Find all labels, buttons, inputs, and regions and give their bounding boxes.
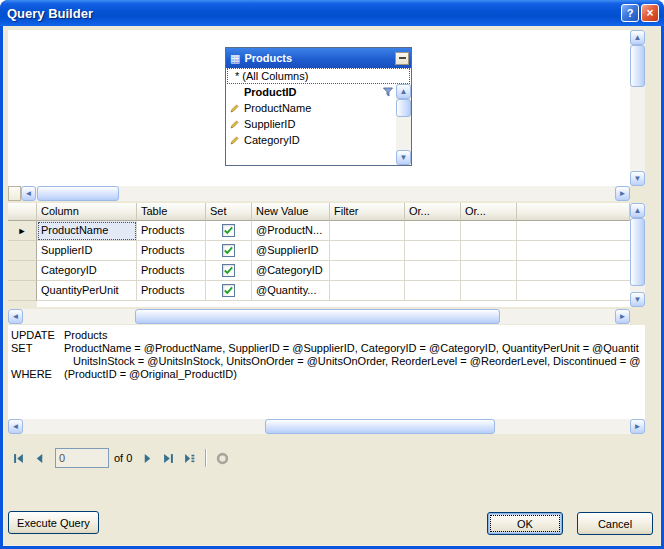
grid-cell-set[interactable] [206, 281, 252, 301]
products-table-header[interactable]: ▦ Products [226, 48, 411, 68]
sql-text: Products [64, 329, 107, 341]
grid-cell-column[interactable]: SupplierID [37, 241, 137, 261]
scroll-up-button[interactable]: ▲ [630, 203, 645, 218]
nav-prev-button[interactable] [29, 448, 50, 469]
header-or[interactable]: Or... [461, 203, 517, 221]
scroll-thumb[interactable] [396, 99, 411, 117]
grid-cell-or[interactable] [405, 221, 461, 241]
pencil-icon [229, 103, 240, 114]
help-button[interactable]: ? [621, 4, 639, 22]
grid-cell-filter[interactable] [330, 241, 405, 261]
scroll-thumb[interactable] [37, 186, 119, 201]
sql-keyword: WHERE [8, 368, 64, 381]
grid-cell-or[interactable] [405, 281, 461, 301]
nav-stop-button[interactable] [212, 448, 233, 469]
set-checkbox[interactable] [222, 264, 235, 277]
grid-cell-table[interactable]: Products [137, 221, 206, 241]
execute-query-button[interactable]: Execute Query [8, 511, 99, 534]
products-table-window[interactable]: ▦ Products * (All Columns) ProductID [225, 47, 412, 166]
header-set[interactable]: Set [206, 203, 252, 221]
grid-cell-column[interactable]: QuantityPerUnit [37, 281, 137, 301]
scroll-right-button[interactable]: ► [615, 186, 630, 201]
header-filter[interactable]: Filter [330, 203, 405, 221]
column-item-productid[interactable]: ProductID [226, 84, 396, 100]
row-selector[interactable] [8, 261, 37, 281]
nav-last-button[interactable] [158, 448, 179, 469]
nav-position-input[interactable] [55, 448, 109, 468]
scroll-thumb[interactable] [630, 45, 645, 87]
header-new-value[interactable]: New Value [252, 203, 330, 221]
grid-cell-or[interactable] [461, 241, 517, 261]
nav-new-row-button[interactable] [179, 448, 200, 469]
grid-cell-filter[interactable] [330, 221, 405, 241]
column-item-supplierid[interactable]: SupplierID [226, 116, 396, 132]
pane-splitter-handle[interactable] [8, 186, 21, 201]
header-table[interactable]: Table [137, 203, 206, 221]
grid-cell-or[interactable] [461, 281, 517, 301]
grid-cell-filter[interactable] [330, 261, 405, 281]
nav-first-button[interactable] [8, 448, 29, 469]
row-selector[interactable]: ► [8, 221, 37, 241]
scroll-thumb[interactable] [265, 419, 495, 434]
grid-cell-column[interactable]: ProductName [37, 221, 137, 241]
grid-cell-or[interactable] [461, 221, 517, 241]
scroll-thumb[interactable] [630, 218, 645, 286]
grid-cell-table[interactable]: Products [137, 241, 206, 261]
grid-cell-table[interactable]: Products [137, 261, 206, 281]
grid-cell-filter[interactable] [330, 281, 405, 301]
grid-cell-set[interactable] [206, 221, 252, 241]
collapse-table-button[interactable] [395, 52, 409, 65]
diagram-horizontal-scrollbar[interactable]: ◄ ► [8, 186, 630, 201]
scroll-down-button[interactable]: ▼ [630, 292, 645, 307]
table-window-scrollbar[interactable]: ▲ ▼ [396, 84, 411, 165]
diagram-vertical-scrollbar[interactable]: ▲ ▼ [630, 30, 645, 186]
grid-cell-set[interactable] [206, 241, 252, 261]
grid-row: ► ProductName Products @ProductN... [8, 221, 630, 241]
set-checkbox[interactable] [222, 224, 235, 237]
grid-cell-new-value[interactable]: @Quantity... [252, 281, 330, 301]
nav-next-button[interactable] [137, 448, 158, 469]
cancel-button[interactable]: Cancel [577, 512, 653, 535]
set-checkbox[interactable] [222, 244, 235, 257]
grid-cell-new-value[interactable]: @SupplierID [252, 241, 330, 261]
grid-corner-cell[interactable] [8, 203, 37, 221]
row-selector[interactable] [8, 281, 37, 301]
scroll-down-button[interactable]: ▼ [630, 171, 645, 186]
grid-cell-column[interactable]: CategoryID [37, 261, 137, 281]
filter-icon[interactable] [382, 86, 394, 98]
scroll-left-button[interactable]: ◄ [8, 309, 23, 324]
title-bar[interactable]: Query Builder ? × [0, 0, 664, 26]
column-item-categoryid[interactable]: CategoryID [226, 132, 396, 148]
scroll-left-button[interactable]: ◄ [8, 419, 23, 434]
ok-button[interactable]: OK [487, 512, 563, 535]
arrow-right-icon: ► [619, 190, 627, 198]
arrow-left-icon: ◄ [12, 313, 20, 321]
scroll-thumb[interactable] [135, 309, 500, 324]
grid-cell-or[interactable] [405, 261, 461, 281]
grid-cell-set[interactable] [206, 261, 252, 281]
grid-cell-or[interactable] [405, 241, 461, 261]
scroll-down-button[interactable]: ▼ [396, 150, 411, 165]
grid-cell-table[interactable]: Products [137, 281, 206, 301]
grid-cell-or[interactable] [461, 261, 517, 281]
set-checkbox[interactable] [222, 284, 235, 297]
column-item-all-columns[interactable]: * (All Columns) [227, 68, 410, 84]
scroll-up-button[interactable]: ▲ [396, 84, 411, 99]
column-item-productname[interactable]: ProductName [226, 100, 396, 116]
scroll-right-button[interactable]: ► [615, 309, 630, 324]
scroll-left-button[interactable]: ◄ [21, 186, 36, 201]
scroll-right-button[interactable]: ► [630, 419, 645, 434]
row-selector[interactable] [8, 241, 37, 261]
close-button[interactable]: × [641, 4, 659, 22]
minimize-icon [399, 57, 406, 59]
header-or[interactable]: Or... [405, 203, 461, 221]
diagram-pane: ▦ Products * (All Columns) ProductID [8, 30, 630, 186]
grid-cell-new-value[interactable]: @ProductN... [252, 221, 330, 241]
sql-horizontal-scrollbar[interactable]: ◄ ► [8, 419, 645, 434]
grid-vertical-scrollbar[interactable]: ▲ ▼ [630, 203, 645, 307]
header-column[interactable]: Column [37, 203, 137, 221]
grid-cell-new-value[interactable]: @CategoryID [252, 261, 330, 281]
grid-horizontal-scrollbar[interactable]: ◄ ► [8, 309, 630, 324]
sql-pane[interactable]: UPDATEProducts SETProductName = @Product… [8, 325, 645, 419]
scroll-up-button[interactable]: ▲ [630, 30, 645, 45]
